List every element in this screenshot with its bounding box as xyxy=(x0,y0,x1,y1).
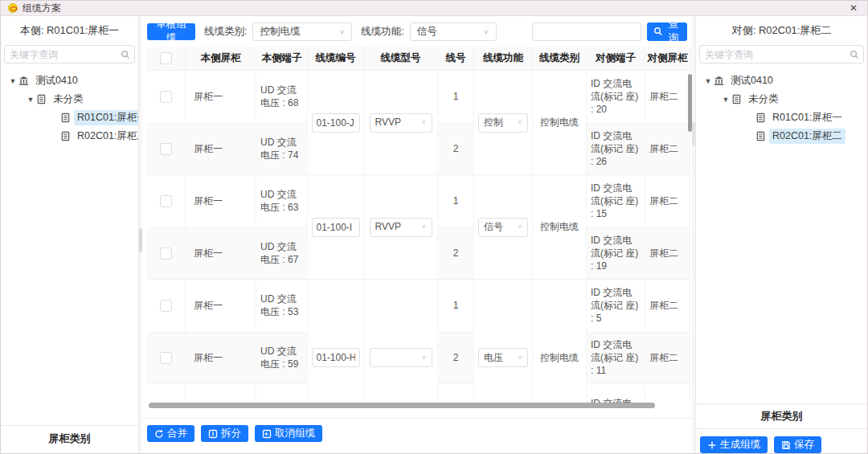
remote-search-input[interactable] xyxy=(700,49,845,60)
column-header: 线缆类别 xyxy=(533,47,587,70)
row-checkbox[interactable] xyxy=(160,91,172,103)
chevron-down-icon: ∨ xyxy=(421,354,427,362)
remote-side-label: 对侧: xyxy=(732,24,756,36)
tree-item-local-测试0410[interactable]: ▼测试0410 xyxy=(1,72,138,90)
cable-category-value: 控制电缆 xyxy=(260,25,300,39)
row-checkbox[interactable] xyxy=(160,300,172,312)
cancel-group-button[interactable]: 取消组缆 xyxy=(255,425,322,442)
checkbox-cell xyxy=(147,280,186,332)
remote-terminal-cell: ID 交流电 流(标记 座) : 19 xyxy=(587,227,645,280)
checkbox-cell xyxy=(147,383,186,405)
building-icon xyxy=(18,76,29,86)
row-checkbox[interactable] xyxy=(160,247,172,260)
local-cabinet-tree: ▼测试0410▼未分类R01C01:屏柜一R02C01:屏柜二 xyxy=(1,68,138,425)
cable-function-label: 线缆功能: xyxy=(361,25,403,39)
left-splitter[interactable] xyxy=(139,16,142,453)
search-icon[interactable] xyxy=(117,50,134,59)
cable-number-cell xyxy=(308,280,364,405)
column-header: 对侧屏柜 xyxy=(645,47,690,70)
tree-item-local-未分类[interactable]: ▼未分类 xyxy=(1,90,138,108)
cable-number-input[interactable] xyxy=(312,218,360,237)
cabinet-icon xyxy=(755,112,766,123)
column-header: 对侧端子 xyxy=(587,47,645,70)
generate-group-button[interactable]: 生成组缆 xyxy=(700,436,768,453)
splitter-grip[interactable] xyxy=(139,228,142,252)
merge-button[interactable]: 合并 xyxy=(147,425,194,442)
save-icon xyxy=(781,440,791,450)
local-terminal-cell: UD 交流 电压 : 59 xyxy=(256,332,308,384)
horizontal-scrollbar-thumb[interactable] xyxy=(149,403,655,408)
split-button[interactable]: 拆分 xyxy=(201,425,248,442)
cabinet-icon xyxy=(60,112,71,123)
cable-function-cell: 控制∨ xyxy=(474,71,533,174)
tree-item-label: R02C01:屏柜二 xyxy=(74,129,138,144)
tree-item-remote-R02C01:屏柜二[interactable]: R02C01:屏柜二 xyxy=(696,127,867,145)
search-icon[interactable] xyxy=(845,50,863,59)
tree-item-local-R01C01:屏柜一[interactable]: R01C01:屏柜一 xyxy=(1,108,138,127)
local-cabinet-cell: 屏柜一 xyxy=(186,175,256,227)
cable-model-select[interactable]: ∨ xyxy=(370,348,432,367)
cable-category-cell: 控制电缆 xyxy=(533,280,587,405)
close-icon[interactable]: ✕ xyxy=(847,2,860,14)
local-side-label: 本侧: xyxy=(20,24,44,36)
tree-item-label: 测试0410 xyxy=(32,73,81,88)
single-cable-button[interactable]: 单根组缆 xyxy=(147,23,195,40)
save-button[interactable]: 保存 xyxy=(774,436,821,453)
remote-side-panel: 对侧: R02C01:屏柜二 ▼测试0410▼未分类R01C01:屏柜一R02C… xyxy=(695,16,867,453)
remote-cabinet-cell: 屏柜二 xyxy=(645,383,690,405)
row-checkbox[interactable] xyxy=(160,195,172,207)
query-button[interactable]: 查询 xyxy=(647,22,687,41)
local-side-value: R01C01:屏柜一 xyxy=(47,24,119,36)
cable-category-label: 线缆类别: xyxy=(204,25,247,39)
select-all-checkbox[interactable] xyxy=(160,52,172,64)
tree-item-remote-测试0410[interactable]: ▼测试0410 xyxy=(696,72,867,90)
column-header: 线缆编号 xyxy=(308,47,364,70)
row-checkbox[interactable] xyxy=(160,352,172,364)
cable-function-select[interactable]: 信号 ∨ xyxy=(410,22,497,41)
row-checkbox[interactable] xyxy=(160,143,172,155)
caret-down-icon[interactable]: ▼ xyxy=(7,77,18,85)
remote-cabinet-cell: 屏柜二 xyxy=(645,332,690,384)
cabinet-icon xyxy=(755,131,766,141)
cable-number-input[interactable] xyxy=(312,348,360,367)
remote-terminal-cell: ID 交流电 流(标记 座) : 20 xyxy=(587,71,645,123)
remote-terminal-cell: ID 交流电 流(标记 xyxy=(587,383,645,405)
line-number-cell: 1 xyxy=(438,71,474,123)
caret-down-icon[interactable]: ▼ xyxy=(720,96,731,104)
cable-group: 屏柜一UD 交流 电压 : 631ID 交流电 流(标记 座) : 15屏柜二屏… xyxy=(147,175,692,280)
chevron-down-icon: ∨ xyxy=(339,28,345,35)
local-search-input[interactable] xyxy=(5,49,117,60)
tree-item-remote-未分类[interactable]: ▼未分类 xyxy=(696,90,867,108)
cable-function-row-select[interactable]: 控制∨ xyxy=(478,113,528,133)
splitter-grip[interactable] xyxy=(692,122,695,146)
save-button-label: 保存 xyxy=(794,438,814,452)
cable-function-row-select[interactable]: 信号∨ xyxy=(478,218,528,237)
query-button-label: 查询 xyxy=(666,18,681,45)
line-number-cell: 3 xyxy=(438,383,474,405)
checkbox-cell xyxy=(147,71,186,123)
cable-model-select[interactable]: RVVP∨ xyxy=(370,113,432,133)
caret-down-icon[interactable]: ▼ xyxy=(702,77,714,85)
tree-item-remote-R01C01:屏柜一[interactable]: R01C01:屏柜一 xyxy=(696,108,867,127)
cable-number-input[interactable] xyxy=(312,113,360,133)
table-search-input[interactable] xyxy=(532,22,641,41)
cable-category-select[interactable]: 控制电缆 ∨ xyxy=(252,22,352,41)
cable-function-row-select[interactable]: 电压∨ xyxy=(478,348,528,367)
local-terminal-cell: UD 交流 电压 : 74 xyxy=(256,123,308,175)
local-search-box xyxy=(4,45,135,63)
remote-cabinet-cell: 屏柜二 xyxy=(645,175,690,227)
cable-number-cell xyxy=(308,71,364,174)
chevron-down-icon: ∨ xyxy=(517,119,522,127)
remote-search-box xyxy=(699,45,864,63)
local-terminal-cell: UD 交流 电压 : 68 xyxy=(256,71,308,123)
window-title: 组缆方案 xyxy=(23,2,61,15)
right-splitter[interactable] xyxy=(692,16,695,453)
caret-down-icon[interactable]: ▼ xyxy=(25,96,36,104)
column-header: 线缆型号 xyxy=(364,47,438,70)
tree-item-local-R02C01:屏柜二[interactable]: R02C01:屏柜二 xyxy=(1,127,138,145)
cancel-group-icon xyxy=(262,429,272,439)
cable-group: 屏柜一UD 交流 电压 : 681ID 交流电 流(标记 座) : 20屏柜二屏… xyxy=(147,71,692,175)
local-terminal-cell: UD 交流 电压 : 67 xyxy=(256,227,308,280)
cable-model-select[interactable]: RVVP∨ xyxy=(370,218,432,237)
search-icon xyxy=(653,27,663,36)
